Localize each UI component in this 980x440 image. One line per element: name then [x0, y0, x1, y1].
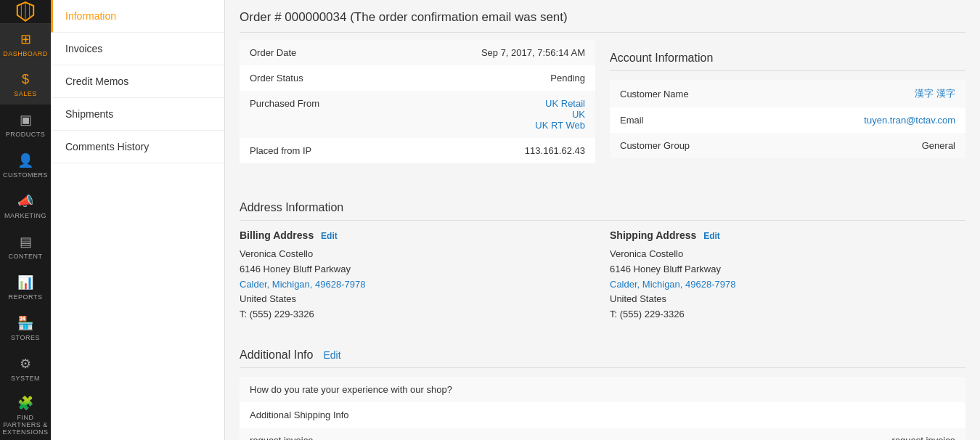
table-row: request invoice request invoice [240, 428, 965, 440]
customer-name-label: Customer Name [610, 80, 769, 107]
email-label: Email [610, 107, 769, 133]
uk-link[interactable]: UK [572, 109, 585, 120]
experience-question-value [767, 377, 965, 402]
billing-address-line-4: United States [240, 292, 595, 307]
address-section: Billing Address Edit Veronica Costello 6… [240, 229, 965, 322]
submenu-item-information[interactable]: Information [51, 0, 224, 33]
nav-item-system[interactable]: ⚙ SYSTEM [0, 349, 51, 389]
billing-address-line-3: Calder, Michigan, 49628-7978 [240, 277, 595, 293]
nav-item-dashboard[interactable]: ⊞ DASHBOARD [0, 24, 51, 65]
order-status-label: Order Status [240, 65, 389, 91]
shipping-address-line-1: Veronica Costello [610, 247, 965, 262]
submenu-item-invoices[interactable]: Invoices [51, 33, 224, 65]
shipping-address-title: Shipping Address Edit [610, 229, 965, 241]
table-row: Placed from IP 113.161.62.43 [240, 138, 595, 163]
shipping-edit-link[interactable]: Edit [703, 231, 720, 241]
order-info-section: Order Date Sep 7, 2017, 7:56:14 AM Order… [240, 40, 595, 178]
nav-item-reports-label: REPORTS [9, 293, 43, 301]
marketing-icon: 📣 [17, 193, 33, 209]
order-date-label: Order Date [240, 40, 389, 65]
logo [0, 0, 51, 24]
order-info-table: Order Date Sep 7, 2017, 7:56:14 AM Order… [240, 40, 595, 163]
billing-address-title: Billing Address Edit [240, 229, 595, 241]
submenu-item-comments-history[interactable]: Comments History [51, 131, 224, 163]
nav-item-stores[interactable]: 🏪 STORES [0, 308, 51, 349]
shipping-address-line-2: 6146 Honey Bluff Parkway [610, 262, 965, 277]
table-row: Order Status Pending [240, 65, 595, 91]
billing-address-block: Billing Address Edit Veronica Costello 6… [240, 229, 595, 322]
submenu-item-shipments[interactable]: Shipments [51, 98, 224, 131]
nav-item-extensions-label: FIND PARTNERS & EXTENSIONS [3, 414, 49, 436]
order-title: Order # 000000034 (The order confirmatio… [240, 0, 965, 33]
nav-item-extensions[interactable]: 🧩 FIND PARTNERS & EXTENSIONS [0, 389, 51, 440]
additional-info-header: Additional Info Edit [240, 337, 965, 368]
nav-item-products[interactable]: ▣ PRODUCTS [0, 105, 51, 145]
nav-item-customers[interactable]: 👤 CUSTOMERS [0, 145, 51, 186]
additional-shipping-info-label: Additional Shipping Info [240, 402, 767, 428]
table-row: Customer Name 漢字 漢字 [610, 80, 965, 107]
shipping-address-line-5: T: (555) 229-3326 [610, 307, 965, 322]
shipping-address-line-3: Calder, Michigan, 49628-7978 [610, 277, 965, 293]
table-row: Purchased From UK Retail UK UK RT Web [240, 91, 595, 138]
nav-item-reports[interactable]: 📊 REPORTS [0, 267, 51, 308]
experience-question-label: How do you rate your experience with our… [240, 377, 767, 402]
nav-item-customers-label: CUSTOMERS [3, 171, 48, 179]
billing-edit-link[interactable]: Edit [321, 231, 338, 241]
placed-from-ip-label: Placed from IP [240, 138, 389, 163]
nav-item-products-label: PRODUCTS [6, 131, 46, 138]
account-info-section: Account Information Customer Name 漢字 漢字 … [610, 40, 965, 178]
nav-item-marketing-label: MARKETING [4, 212, 46, 219]
table-row: Email tuyen.tran@tctav.com [610, 107, 965, 133]
dashboard-icon: ⊞ [20, 31, 31, 47]
nav-item-dashboard-label: DASHBOARD [3, 50, 48, 57]
nav-item-content-label: CONTENT [9, 253, 43, 260]
stores-icon: 🏪 [17, 315, 33, 331]
address-info-title: Address Information [240, 190, 965, 221]
request-invoice-value: request invoice [767, 428, 965, 440]
sales-icon: $ [22, 72, 29, 87]
email-link[interactable]: tuyen.tran@tctav.com [864, 115, 955, 126]
customer-group-value: General [769, 133, 965, 158]
nav-item-content[interactable]: ▤ CONTENT [0, 227, 51, 267]
nav-item-system-label: SYSTEM [11, 375, 40, 382]
additional-shipping-info-value [767, 402, 965, 428]
customer-group-label: Customer Group [610, 133, 769, 158]
extensions-icon: 🧩 [17, 395, 33, 411]
customers-icon: 👤 [17, 152, 33, 168]
email-value: tuyen.tran@tctav.com [769, 107, 965, 133]
order-status-value: Pending [389, 65, 595, 91]
billing-address-line-2: 6146 Honey Bluff Parkway [240, 262, 595, 277]
nav-item-marketing[interactable]: 📣 MARKETING [0, 186, 51, 227]
submenu-item-credit-memos[interactable]: Credit Memos [51, 65, 224, 98]
billing-address-line-5: T: (555) 229-3326 [240, 307, 595, 322]
sidebar-nav: ⊞ DASHBOARD $ SALES ▣ PRODUCTS 👤 CUSTOME… [0, 0, 51, 440]
account-info-table: Customer Name 漢字 漢字 Email tuyen.tran@tct… [610, 80, 965, 158]
system-icon: ⚙ [20, 356, 31, 372]
additional-info-table: How do you rate your experience with our… [240, 377, 965, 440]
table-row: Additional Shipping Info [240, 402, 965, 428]
nav-item-sales[interactable]: $ SALES [0, 65, 51, 105]
submenu: Information Invoices Credit Memos Shipme… [51, 0, 225, 440]
main-content: Order # 000000034 (The order confirmatio… [225, 0, 980, 440]
customer-name-value: 漢字 漢字 [769, 80, 965, 107]
table-row: Customer Group General [610, 133, 965, 158]
table-row: Order Date Sep 7, 2017, 7:56:14 AM [240, 40, 595, 65]
purchased-from-label: Purchased From [240, 91, 389, 138]
uk-rt-web-link[interactable]: UK RT Web [535, 120, 585, 131]
products-icon: ▣ [20, 112, 32, 128]
uk-retail-link[interactable]: UK Retail [545, 98, 585, 109]
shipping-address-block: Shipping Address Edit Veronica Costello … [610, 229, 965, 322]
customer-name-link[interactable]: 漢字 漢字 [915, 88, 955, 99]
additional-info-edit-link[interactable]: Edit [323, 349, 340, 361]
shipping-address-line-4: United States [610, 292, 965, 307]
nav-item-stores-label: STORES [11, 334, 40, 341]
request-invoice-label: request invoice [240, 428, 767, 440]
table-row: How do you rate your experience with our… [240, 377, 965, 402]
nav-item-sales-label: SALES [14, 90, 37, 97]
placed-from-ip-value: 113.161.62.43 [389, 138, 595, 163]
additional-info-title: Additional Info [240, 349, 313, 362]
purchased-from-value: UK Retail UK UK RT Web [389, 91, 595, 138]
reports-icon: 📊 [17, 274, 33, 290]
account-info-title: Account Information [610, 40, 965, 71]
order-date-value: Sep 7, 2017, 7:56:14 AM [389, 40, 595, 65]
